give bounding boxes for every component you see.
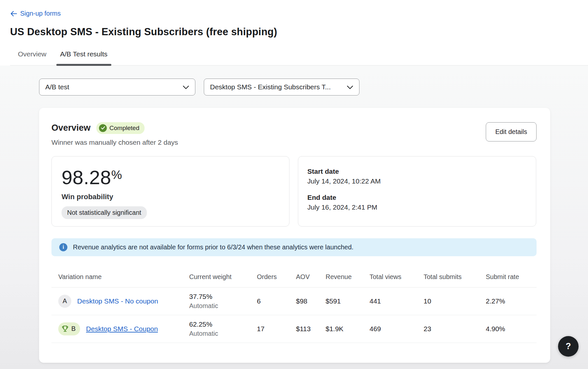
table-row-variation-a: ADesktop SMS - No coupon37.75%Automatic6… (51, 288, 537, 315)
edit-details-button[interactable]: Edit details (486, 122, 537, 141)
aov-cell: $113 (296, 325, 326, 333)
stat-row: 98.28% Win probability Not statistically… (51, 156, 537, 227)
test-select-dropdown-value: Desktop SMS - Existing Subscribers T... (210, 83, 331, 91)
start-date-group: Start date July 14, 2024, 10:22 AM (307, 168, 527, 185)
submit-rate-cell: 2.27% (486, 297, 537, 305)
trophy-icon (61, 325, 69, 333)
win-probability-value: 98.28% (62, 166, 279, 189)
report-type-dropdown[interactable]: A/B test (39, 79, 195, 96)
back-link-label: Sign-up forms (20, 10, 61, 17)
weight-mode: Automatic (189, 302, 257, 310)
orders-cell: 6 (257, 297, 296, 305)
winner-trophy-badge: B (58, 322, 80, 335)
win-probability-label: Win probability (62, 193, 279, 201)
current-weight-cell: 37.75%Automatic (189, 293, 257, 310)
table-body: ADesktop SMS - No coupon37.75%Automatic6… (51, 288, 537, 343)
dates-card: Start date July 14, 2024, 10:22 AM End d… (298, 156, 536, 227)
results-table: Variation nameCurrent weightOrdersAOVRev… (51, 271, 537, 343)
status-badge: Completed (96, 122, 145, 134)
table-header-row: Variation nameCurrent weightOrdersAOVRev… (51, 271, 537, 288)
submit-rate-cell: 4.90% (486, 325, 537, 333)
column-header-2: Orders (257, 273, 296, 281)
win-probability-unit: % (111, 168, 122, 182)
page-header: Sign-up forms US Desktop SMS - Existing … (0, 0, 588, 66)
status-badge-label: Completed (109, 125, 139, 132)
total-submits-cell: 23 (424, 325, 486, 333)
weight-value: 37.75% (189, 293, 257, 301)
variation-letter-avatar: A (58, 295, 71, 308)
table-row-variation-b: BDesktop SMS - Coupon62.25%Automatic17$1… (51, 315, 537, 343)
test-select-dropdown[interactable]: Desktop SMS - Existing Subscribers T... (204, 79, 359, 96)
orders-cell: 17 (257, 325, 296, 333)
win-probability-number: 98.28 (62, 167, 111, 188)
variation-cell: ADesktop SMS - No coupon (58, 295, 189, 308)
page-title: US Desktop SMS - Existing Subscribers (f… (10, 26, 588, 38)
variation-letter: B (71, 325, 76, 332)
aov-cell: $98 (296, 297, 326, 305)
back-link[interactable]: Sign-up forms (10, 10, 61, 17)
total-views-cell: 441 (370, 297, 424, 305)
end-date-value: July 16, 2024, 2:41 PM (307, 203, 527, 211)
significance-badge: Not statistically significant (62, 206, 147, 219)
start-date-value: July 14, 2024, 10:22 AM (307, 177, 527, 185)
variation-cell: BDesktop SMS - Coupon (58, 322, 189, 335)
main-content: A/B test Desktop SMS - Existing Subscrib… (0, 66, 588, 369)
total-views-cell: 469 (370, 325, 424, 333)
column-header-3: AOV (296, 273, 326, 281)
winner-subtitle: Winner was manually chosen after 2 days (51, 139, 178, 146)
variation-name-link[interactable]: Desktop SMS - No coupon (77, 297, 158, 305)
revenue-cell: $591 (326, 297, 370, 305)
end-date-group: End date July 16, 2024, 2:41 PM (307, 194, 527, 211)
overview-card: Overview Completed Winner was manually c… (39, 108, 550, 363)
column-header-6: Total submits (424, 273, 486, 281)
info-banner: i Revenue analytics are not available fo… (51, 238, 537, 256)
info-icon: i (59, 243, 67, 251)
chevron-down-icon (178, 83, 189, 91)
overview-card-header: Overview Completed Winner was manually c… (51, 122, 537, 146)
column-header-0: Variation name (58, 273, 189, 281)
tab-bar: Overview A/B Test results (10, 47, 588, 66)
overview-card-header-left: Overview Completed Winner was manually c… (51, 122, 178, 146)
column-header-5: Total views (370, 273, 424, 281)
revenue-cell: $1.9K (326, 325, 370, 333)
start-date-label: Start date (307, 168, 527, 175)
current-weight-cell: 62.25%Automatic (189, 320, 257, 337)
check-circle-icon (99, 124, 107, 132)
weight-value: 62.25% (189, 320, 257, 328)
variation-name-link[interactable]: Desktop SMS - Coupon (86, 325, 158, 333)
back-arrow-icon (10, 10, 17, 17)
filters-row: A/B test Desktop SMS - Existing Subscrib… (39, 79, 588, 96)
info-banner-text: Revenue analytics are not available for … (73, 244, 354, 251)
tab-overview[interactable]: Overview (14, 47, 50, 65)
help-button[interactable]: ? (558, 336, 579, 357)
weight-mode: Automatic (189, 330, 257, 337)
overview-heading: Overview (51, 123, 91, 133)
tab-ab-test-results[interactable]: A/B Test results (56, 47, 112, 65)
column-header-4: Revenue (326, 273, 370, 281)
column-header-7: Submit rate (486, 273, 537, 281)
total-submits-cell: 10 (424, 297, 486, 305)
end-date-label: End date (307, 194, 527, 201)
chevron-down-icon (342, 83, 353, 91)
win-probability-card: 98.28% Win probability Not statistically… (51, 156, 289, 227)
report-type-dropdown-value: A/B test (45, 83, 69, 91)
column-header-1: Current weight (189, 273, 257, 281)
